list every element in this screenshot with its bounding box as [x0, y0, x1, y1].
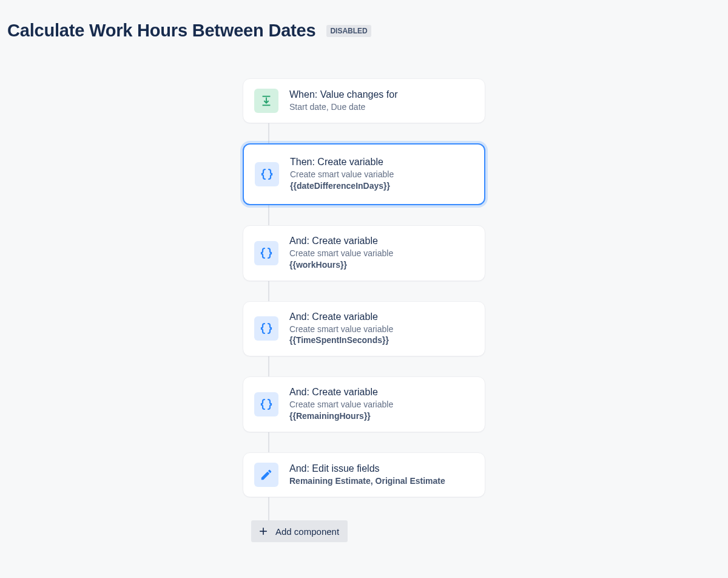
braces-icon	[254, 392, 278, 416]
automation-flow: When: Value changes forStart date, Due d…	[243, 78, 485, 542]
flow-node-sub: Create smart value variable{{TimeSpentIn…	[289, 324, 393, 347]
flow-node-content: And: Edit issue fieldsRemaining Estimate…	[289, 463, 445, 487]
add-component-button[interactable]: Add component	[251, 520, 348, 542]
braces-icon	[255, 162, 279, 186]
flow-node-title: And: Create variable	[289, 311, 393, 322]
page-header: Calculate Work Hours Between Dates DISAB…	[0, 0, 728, 41]
braces-icon	[254, 316, 278, 341]
flow-node[interactable]: And: Create variableCreate smart value v…	[243, 376, 485, 432]
download-icon	[254, 89, 278, 113]
plus-icon	[257, 525, 269, 537]
flow-node-content: Then: Create variableCreate smart value …	[290, 157, 394, 192]
flow-node[interactable]: And: Create variableCreate smart value v…	[243, 301, 485, 357]
flow-node-content: And: Create variableCreate smart value v…	[289, 236, 393, 271]
flow-node-title: And: Create variable	[289, 387, 393, 398]
pencil-icon	[254, 463, 278, 487]
status-badge: DISABLED	[326, 25, 371, 37]
flow-node-sub: Create smart value variable{{workHours}}	[289, 248, 393, 271]
flow-node-title: Then: Create variable	[290, 157, 394, 168]
flow-node-title: And: Create variable	[289, 236, 393, 246]
braces-icon	[254, 241, 278, 265]
flow-node[interactable]: And: Edit issue fieldsRemaining Estimate…	[243, 452, 485, 497]
flow-node[interactable]: When: Value changes forStart date, Due d…	[243, 78, 485, 123]
flow-node-content: And: Create variableCreate smart value v…	[289, 311, 393, 347]
flow-node-title: And: Edit issue fields	[289, 463, 445, 474]
flow-node-sub: Remaining Estimate, Original Estimate	[289, 475, 445, 487]
flow-node[interactable]: Then: Create variableCreate smart value …	[243, 143, 485, 205]
flow-node-content: And: Create variableCreate smart value v…	[289, 387, 393, 422]
flow-node-sub: Start date, Due date	[289, 101, 397, 113]
flow-node-sub: Create smart value variable{{RemainingHo…	[289, 399, 393, 422]
flow-node[interactable]: And: Create variableCreate smart value v…	[243, 225, 485, 281]
flow-node-title: When: Value changes for	[289, 89, 397, 100]
flow-node-sub: Create smart value variable{{dateDiffere…	[290, 169, 394, 192]
add-component-label: Add component	[275, 526, 339, 537]
page-title: Calculate Work Hours Between Dates	[7, 21, 315, 41]
flow-node-content: When: Value changes forStart date, Due d…	[289, 89, 397, 113]
